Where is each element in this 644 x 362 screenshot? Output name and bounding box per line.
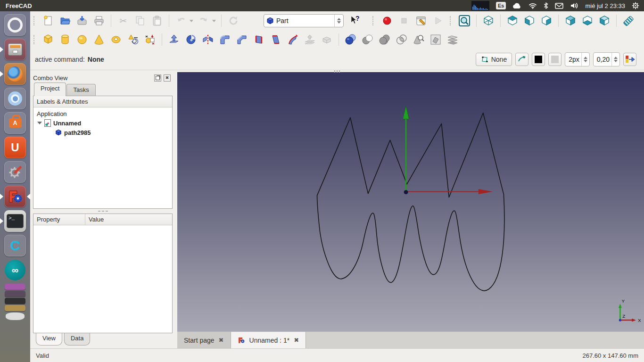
wifi-icon[interactable] bbox=[528, 2, 537, 9]
offset-icon[interactable] bbox=[304, 33, 316, 46]
launcher-item-arduino[interactable]: ∞ bbox=[4, 259, 26, 281]
launcher-item-freecad[interactable] bbox=[4, 186, 26, 207]
tab-data[interactable]: Data bbox=[64, 333, 90, 346]
axonometric-view-icon[interactable] bbox=[482, 15, 495, 27]
boolean-icon[interactable] bbox=[345, 33, 357, 46]
column-value[interactable]: Value bbox=[85, 214, 107, 225]
volume-icon[interactable] bbox=[570, 2, 578, 9]
tab-unnamed-document[interactable]: Unnamed : 1* ✖ bbox=[231, 332, 306, 348]
macro-record-icon[interactable] bbox=[381, 15, 393, 27]
launcher-item-settings[interactable] bbox=[4, 161, 26, 183]
fillet-icon[interactable] bbox=[219, 33, 231, 46]
face-color-swatch[interactable] bbox=[548, 53, 561, 66]
ruled-surface-icon[interactable] bbox=[253, 33, 265, 46]
intersection-icon[interactable] bbox=[396, 33, 408, 46]
text-scale-spinbox[interactable]: 0,20 bbox=[593, 52, 620, 66]
revolve-icon[interactable] bbox=[185, 33, 197, 46]
property-table-body[interactable] bbox=[33, 225, 172, 333]
right-view-icon[interactable] bbox=[540, 15, 553, 27]
part-sphere-icon[interactable] bbox=[76, 33, 88, 46]
measure-distance-icon[interactable] bbox=[622, 15, 635, 27]
launcher-item-software-center[interactable]: A bbox=[4, 112, 26, 134]
column-property[interactable]: Property bbox=[33, 214, 85, 225]
tab-project[interactable]: Project bbox=[34, 82, 66, 96]
tab-tasks[interactable]: Tasks bbox=[66, 84, 95, 96]
thickness-icon[interactable] bbox=[321, 33, 333, 46]
cross-section-icon[interactable] bbox=[429, 33, 442, 46]
sweep-icon[interactable] bbox=[287, 33, 299, 46]
front-view-icon[interactable] bbox=[506, 15, 519, 27]
macro-execute-icon[interactable] bbox=[432, 15, 444, 27]
copy-icon[interactable] bbox=[134, 15, 146, 27]
dock-splitter-handle[interactable] bbox=[33, 209, 173, 214]
launcher-item-chromium[interactable] bbox=[4, 88, 26, 109]
launcher-item-ubuntu-one[interactable]: U bbox=[4, 137, 26, 158]
stacked-app-icon[interactable] bbox=[5, 305, 25, 311]
fit-all-icon[interactable] bbox=[458, 15, 471, 27]
open-document-icon[interactable] bbox=[59, 15, 71, 27]
workbench-selector[interactable]: Part bbox=[264, 14, 344, 27]
cloud-icon[interactable] bbox=[512, 3, 522, 9]
dock-mdi-splitter[interactable] bbox=[173, 72, 177, 348]
create-primitives-icon[interactable] bbox=[127, 33, 139, 46]
chamfer-icon[interactable] bbox=[236, 33, 248, 46]
autogroup-button[interactable] bbox=[623, 53, 636, 66]
stacked-app-icon[interactable] bbox=[5, 298, 25, 304]
construction-mode-button[interactable] bbox=[515, 53, 528, 66]
launcher-item-firefox[interactable] bbox=[4, 63, 26, 85]
bottom-view-icon[interactable] bbox=[581, 15, 594, 27]
combo-view-titlebar[interactable]: Combo View ✖ bbox=[33, 72, 173, 83]
undo-icon[interactable] bbox=[175, 15, 187, 27]
dock-float-button[interactable] bbox=[154, 74, 161, 82]
3d-viewport[interactable]: Y X Z bbox=[177, 72, 644, 331]
close-tab-icon[interactable]: ✖ bbox=[219, 337, 224, 344]
mail-icon[interactable] bbox=[555, 3, 563, 9]
check-geometry-icon[interactable] bbox=[413, 33, 425, 46]
close-tab-icon[interactable]: ✖ bbox=[294, 337, 299, 344]
union-icon[interactable] bbox=[379, 33, 391, 46]
tree-item-document[interactable]: Unnamed bbox=[33, 118, 172, 128]
text-scale-spin-buttons[interactable] bbox=[611, 53, 619, 66]
stacked-app-icon[interactable] bbox=[5, 291, 25, 297]
line-width-spinbox[interactable]: 2px bbox=[565, 52, 590, 66]
mirror-icon[interactable] bbox=[202, 33, 214, 46]
part-torus-icon[interactable] bbox=[110, 33, 122, 46]
launcher-window-stack[interactable] bbox=[0, 284, 30, 320]
toolbar-drag-handle[interactable] bbox=[33, 16, 36, 25]
working-plane-button[interactable]: None bbox=[476, 53, 512, 66]
macro-edit-icon[interactable] bbox=[415, 15, 427, 27]
toolbar-drag-handle[interactable] bbox=[372, 16, 375, 25]
left-view-icon[interactable] bbox=[598, 15, 611, 27]
refresh-icon[interactable] bbox=[227, 15, 239, 27]
tree-item-path[interactable]: path2985 bbox=[33, 128, 172, 137]
launcher-item-files[interactable] bbox=[4, 39, 26, 60]
stacked-app-icon[interactable] bbox=[5, 284, 25, 290]
print-icon[interactable] bbox=[93, 15, 105, 27]
cut-icon[interactable]: ✂ bbox=[117, 15, 129, 27]
trash-icon[interactable] bbox=[6, 313, 25, 320]
toolbar-drag-handle[interactable] bbox=[450, 16, 453, 25]
save-document-icon[interactable] bbox=[76, 15, 88, 27]
splitter-handle[interactable] bbox=[334, 70, 340, 73]
part-cone-icon[interactable] bbox=[93, 33, 105, 46]
line-width-spin-buttons[interactable] bbox=[581, 53, 589, 66]
session-gear-icon[interactable] bbox=[632, 2, 639, 9]
expander-icon[interactable] bbox=[37, 122, 42, 127]
undo-dropdown-icon[interactable] bbox=[190, 20, 193, 24]
workbench-spin-buttons[interactable] bbox=[334, 15, 343, 27]
tab-view[interactable]: View bbox=[36, 333, 62, 346]
tab-start-page[interactable]: Start page ✖ bbox=[177, 332, 231, 348]
line-color-swatch[interactable] bbox=[532, 53, 545, 66]
extrude-icon[interactable] bbox=[168, 33, 180, 46]
bluetooth-icon[interactable] bbox=[544, 2, 548, 9]
redo-dropdown-icon[interactable] bbox=[212, 20, 216, 24]
macro-stop-icon[interactable] bbox=[398, 15, 410, 27]
launcher-item-c-ide[interactable]: C bbox=[4, 235, 26, 256]
part-cylinder-icon[interactable] bbox=[59, 33, 71, 46]
loft-icon[interactable] bbox=[270, 33, 282, 46]
top-view-icon[interactable] bbox=[523, 15, 536, 27]
launcher-item-terminal[interactable]: >_ bbox=[4, 210, 26, 232]
whats-this-icon[interactable]: ? bbox=[349, 15, 361, 27]
new-document-icon[interactable] bbox=[42, 15, 54, 27]
keyboard-layout-indicator[interactable]: Es bbox=[496, 2, 506, 9]
